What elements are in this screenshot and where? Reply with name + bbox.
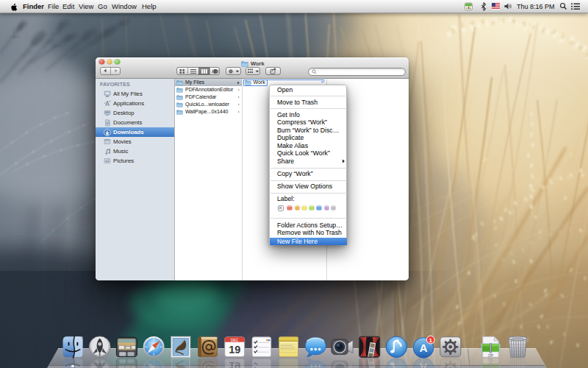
svg-text:A: A	[420, 342, 428, 354]
svg-text:DEC: DEC	[231, 339, 239, 342]
svg-text:19: 19	[229, 344, 240, 355]
svg-text:ZIP: ZIP	[488, 354, 493, 358]
svg-text:1: 1	[429, 337, 433, 344]
